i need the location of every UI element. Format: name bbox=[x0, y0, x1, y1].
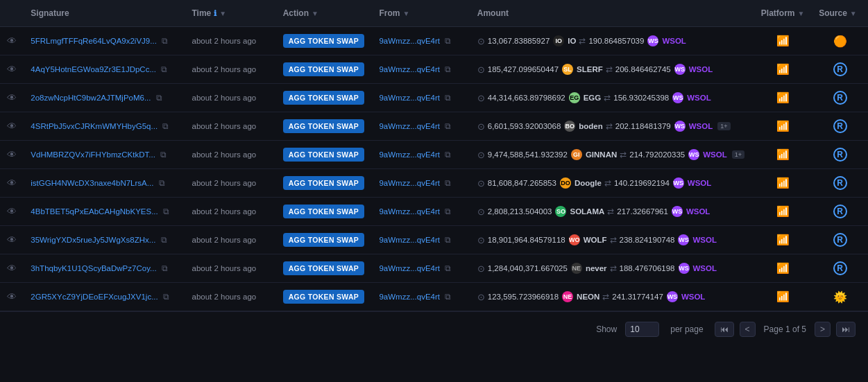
copy-icon[interactable]: ⧉ bbox=[162, 121, 169, 131]
signature-cell: 4BbTBET5qPxEAbCAHgNbKYES... ⧉ bbox=[24, 198, 185, 226]
from-copy-icon[interactable]: ⧉ bbox=[445, 292, 451, 302]
platform-icon: 📶 bbox=[776, 63, 790, 75]
time-filter-icon[interactable]: ▼ bbox=[219, 10, 226, 17]
from-address[interactable]: 9aWmzz...qvE4rt bbox=[379, 179, 440, 187]
from-address[interactable]: 9aWmzz...qvE4rt bbox=[379, 236, 440, 244]
action-badge[interactable]: AGG TOKEN SWAP bbox=[283, 205, 364, 218]
source-filter-icon[interactable]: ▼ bbox=[850, 10, 857, 17]
from-copy-icon[interactable]: ⧉ bbox=[445, 178, 451, 188]
table-row: 👁 4AqY5HotnEGWoa9Zr3E1JDpCc... ⧉ about 2… bbox=[0, 55, 868, 84]
from-cell: 9aWmzz...qvE4rt ⧉ bbox=[372, 27, 470, 55]
action-badge[interactable]: AGG TOKEN SWAP bbox=[283, 261, 364, 275]
from-copy-icon[interactable]: ⧉ bbox=[445, 150, 451, 159]
from-address[interactable]: 9aWmzz...qvE4rt bbox=[379, 264, 440, 272]
from-filter-icon[interactable]: ▼ bbox=[402, 10, 409, 17]
action-badge[interactable]: AGG TOKEN SWAP bbox=[283, 34, 364, 48]
from-copy-icon[interactable]: ⧉ bbox=[445, 235, 451, 245]
action-badge[interactable]: AGG TOKEN SWAP bbox=[283, 176, 364, 190]
th-signature: Signature bbox=[24, 0, 185, 27]
eye-button[interactable]: 👁 bbox=[7, 291, 17, 302]
token-to-label: WSOL bbox=[681, 293, 706, 301]
copy-icon[interactable]: ⧉ bbox=[163, 207, 169, 216]
from-address[interactable]: 9aWmzz...qvE4rt bbox=[379, 293, 440, 301]
from-address[interactable]: 9aWmzz...qvE4rt bbox=[379, 94, 440, 102]
signature-link[interactable]: 5FRLmgfTFFqRe64LvQA9x2iVJ9... bbox=[31, 37, 157, 45]
eye-button[interactable]: 👁 bbox=[7, 92, 17, 103]
action-filter-icon[interactable]: ▼ bbox=[312, 10, 318, 17]
amount-cell: ⊙ 1,284,040,371.667025 NE never ⇄ 188.47… bbox=[470, 254, 754, 283]
first-page-button[interactable]: ⏮ bbox=[715, 322, 734, 337]
token-icon: DO bbox=[560, 177, 571, 189]
amount-from-value: 44,314,663.89798692 bbox=[488, 94, 565, 102]
copy-icon[interactable]: ⧉ bbox=[161, 64, 167, 74]
action-cell: AGG TOKEN SWAP bbox=[276, 84, 373, 112]
action-badge[interactable]: AGG TOKEN SWAP bbox=[283, 62, 364, 76]
from-cell: 9aWmzz...qvE4rt ⧉ bbox=[372, 141, 470, 169]
action-badge[interactable]: AGG TOKEN SWAP bbox=[283, 91, 364, 105]
eye-button[interactable]: 👁 bbox=[7, 149, 17, 160]
signature-link[interactable]: istGGH4NWcDX3naxe4bN7LrsA... bbox=[31, 179, 153, 187]
amount-to-value: 206.846462745 bbox=[615, 65, 671, 73]
signature-link[interactable]: 35WrigYXDx5rueJy5JWgXs8ZHx... bbox=[31, 236, 155, 244]
from-copy-icon[interactable]: ⧉ bbox=[445, 121, 451, 131]
action-badge[interactable]: AGG TOKEN SWAP bbox=[283, 148, 364, 162]
eye-button[interactable]: 👁 bbox=[7, 263, 17, 274]
source-icon: R bbox=[833, 91, 847, 105]
copy-icon[interactable]: ⧉ bbox=[161, 235, 167, 245]
signature-link[interactable]: 4BbTBET5qPxEAbCAHgNbKYES... bbox=[31, 207, 158, 216]
show-label: Show bbox=[596, 324, 617, 334]
from-copy-icon[interactable]: ⧉ bbox=[445, 207, 451, 216]
from-address[interactable]: 9aWmzz...qvE4rt bbox=[379, 37, 440, 45]
signature-link[interactable]: 4AqY5HotnEGWoa9Zr3E1JDpCc... bbox=[31, 65, 156, 73]
copy-icon[interactable]: ⧉ bbox=[163, 292, 169, 302]
table-row: 👁 4BbTBET5qPxEAbCAHgNbKYES... ⧉ about 2 … bbox=[0, 198, 868, 226]
signature-link[interactable]: 4SRtPbJ5vxCJRKmWMYHbyG5q... bbox=[31, 122, 158, 130]
platform-filter-icon[interactable]: ▼ bbox=[797, 10, 804, 17]
eye-button[interactable]: 👁 bbox=[7, 234, 17, 245]
last-page-button[interactable]: ⏭ bbox=[836, 322, 856, 337]
action-badge[interactable]: AGG TOKEN SWAP bbox=[283, 119, 364, 133]
eye-button[interactable]: 👁 bbox=[7, 206, 17, 217]
per-page-select[interactable]: 10 25 50 100 bbox=[625, 322, 659, 337]
copy-icon[interactable]: ⧉ bbox=[162, 36, 168, 46]
signature-link[interactable]: VdHMBRZQVx7iFHYbmzCKtkDT... bbox=[31, 150, 155, 159]
eye-button[interactable]: 👁 bbox=[7, 35, 17, 46]
amount-to-value: 202.118481379 bbox=[615, 122, 671, 130]
from-copy-icon[interactable]: ⧉ bbox=[445, 93, 451, 103]
action-badge[interactable]: AGG TOKEN SWAP bbox=[283, 290, 364, 304]
eye-button[interactable]: 👁 bbox=[7, 64, 17, 75]
signature-link[interactable]: 2o8zwNcpHtC9bw2AJTMjPoM6... bbox=[31, 94, 151, 102]
next-page-button[interactable]: > bbox=[815, 322, 831, 337]
amount-from-value: 123,595.723966918 bbox=[488, 293, 559, 301]
from-address[interactable]: 9aWmzz...qvE4rt bbox=[379, 207, 440, 216]
prev-page-button[interactable]: < bbox=[740, 322, 756, 337]
action-badge[interactable]: AGG TOKEN SWAP bbox=[283, 233, 364, 247]
amount-inner: ⊙ 123,595.723966918 NE NEON ⇄ 241.317741… bbox=[477, 291, 747, 302]
time-info-icon[interactable]: ℹ bbox=[214, 9, 216, 18]
from-copy-icon[interactable]: ⧉ bbox=[445, 64, 451, 74]
eye-cell: 👁 bbox=[0, 141, 24, 169]
amount-cell: ⊙ 2,808,213.504003 SO SOLAMA ⇄ 217.32667… bbox=[470, 198, 754, 226]
copy-icon[interactable]: ⧉ bbox=[156, 93, 162, 103]
time-cell: about 2 hours ago bbox=[185, 84, 275, 112]
eye-button[interactable]: 👁 bbox=[7, 177, 17, 189]
eye-button[interactable]: 👁 bbox=[7, 121, 17, 132]
from-address[interactable]: 9aWmzz...qvE4rt bbox=[379, 122, 440, 130]
signature-link[interactable]: 2GR5XYcZ9YjDEoEFXcugJXV1jc... bbox=[31, 293, 158, 301]
from-copy-icon[interactable]: ⧉ bbox=[445, 263, 451, 273]
from-address[interactable]: 9aWmzz...qvE4rt bbox=[379, 150, 440, 159]
copy-icon[interactable]: ⧉ bbox=[162, 263, 168, 273]
token-from-label: WOLF bbox=[584, 236, 607, 244]
copy-icon[interactable]: ⧉ bbox=[160, 150, 167, 159]
amount-from-value: 1,284,040,371.667025 bbox=[488, 264, 568, 272]
from-copy-icon[interactable]: ⧉ bbox=[445, 36, 451, 46]
source-icon: R bbox=[833, 205, 847, 218]
source-cell: R bbox=[812, 84, 868, 112]
token-from-label: Doogle bbox=[575, 179, 602, 187]
table-row: 👁 VdHMBRZQVx7iFHYbmzCKtkDT... ⧉ about 2 … bbox=[0, 141, 868, 169]
signature-link[interactable]: 3hThqbyK1U1QScyBaDwPz7Coy... bbox=[31, 264, 156, 272]
copy-icon[interactable]: ⧉ bbox=[159, 178, 165, 188]
from-address[interactable]: 9aWmzz...qvE4rt bbox=[379, 65, 440, 73]
eye-cell: 👁 bbox=[0, 27, 24, 55]
eye-cell: 👁 bbox=[0, 169, 24, 198]
